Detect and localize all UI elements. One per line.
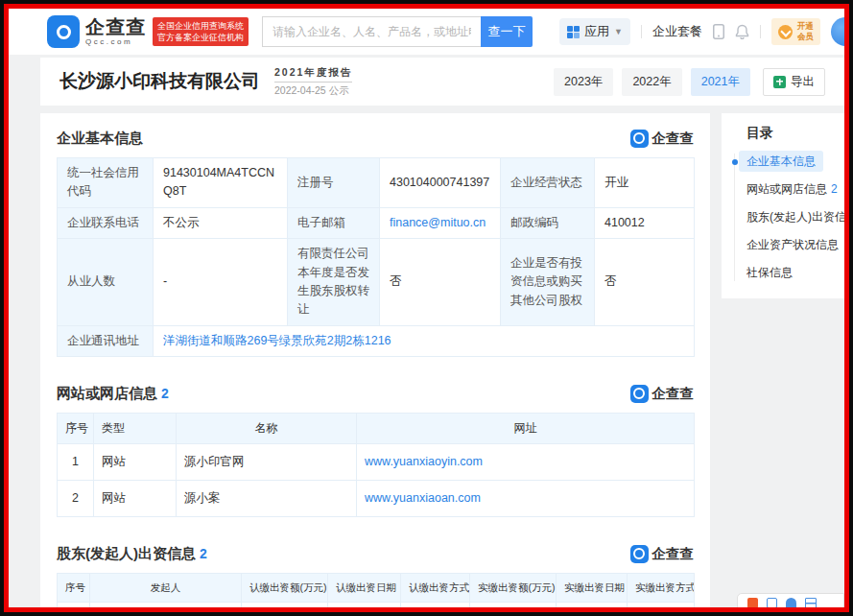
header-cell: 序号 (58, 574, 90, 602)
table-row: 1 长沙米拓信息技术有限公司 400 2035-12-31 货币 0 - 其他 (58, 602, 695, 607)
value-cell: 430104000741397 (380, 158, 501, 208)
divider (760, 25, 761, 38)
label-cell: 企业通讯地址 (58, 325, 154, 356)
year-tab-2021-active[interactable]: 2021年 (691, 68, 750, 96)
cell-subscribed-date: 2035-12-31 (328, 602, 401, 607)
cell-index: 1 (58, 602, 90, 607)
toc-item-assets[interactable]: 企业资产状况信息 (722, 231, 844, 259)
vip-crown-icon (778, 25, 793, 39)
website-link[interactable]: www.yuanxiaoyin.com (365, 455, 483, 468)
basic-info-table: 统一社会信用代码 91430104MA4TCCNQ8T 注册号 43010400… (57, 157, 695, 357)
website-link[interactable]: www.yuanxiaoan.com (365, 491, 481, 505)
section-basic-info: 企业基本信息 企查查 统一社会信用代码 914301 (57, 125, 694, 357)
content-row: 企业基本信息 企查查 统一社会信用代码 914301 (40, 113, 844, 607)
search-input[interactable] (262, 16, 481, 47)
toolbar-icon-translate[interactable] (767, 598, 777, 608)
qcc-watermark-label: 企查查 (652, 385, 695, 403)
badge-line-2: 官方备案企业征信机构 (157, 32, 244, 43)
year-tabs: 2023年 2022年 2021年 导出 (554, 68, 825, 96)
cell-url: www.yuanxiaoan.com (357, 480, 695, 516)
toc-item-social-security[interactable]: 社保信息 (722, 259, 844, 287)
toc-item-basic-info[interactable]: 企业基本信息 (722, 148, 844, 176)
qcc-watermark-label: 企查查 (652, 130, 695, 148)
address-link[interactable]: 洋湖街道和顺路269号绿景欣苑2期2栋1216 (163, 334, 391, 347)
label-cell: 电子邮箱 (288, 207, 380, 238)
websites-table: 序号 类型 名称 网址 1 网站 源小印官网 www.yuanxiaoyin.c… (57, 413, 695, 517)
company-name-title: 长沙源小印科技有限公司 (59, 69, 260, 94)
year-tab-2022[interactable]: 2022年 (622, 68, 681, 96)
cell-paid-amount: 0 (470, 602, 557, 607)
header-cell: 实缴出资方式 (628, 574, 695, 602)
cell-type: 网站 (94, 480, 177, 516)
label-cell: 邮政编码 (501, 207, 595, 238)
qcc-watermark: 企查查 (630, 130, 695, 148)
header-cell: 认缴出资方式 (401, 574, 470, 602)
report-badge: 2021年度报告 2022-04-25 公示 (274, 66, 352, 98)
bell-icon[interactable] (735, 24, 749, 39)
table-header-row: 序号 发起人 认缴出资额(万元) 认缴出资日期 认缴出资方式 实缴出资额(万元)… (58, 574, 695, 602)
shareholders-count: 2 (200, 546, 207, 561)
mobile-app-icon[interactable] (713, 24, 724, 39)
cell-name: 源小案 (177, 480, 357, 516)
qcc-watermark-icon (630, 385, 649, 403)
header-cell: 认缴出资日期 (328, 574, 401, 602)
cell-shareholder: 长沙米拓信息技术有限公司 (90, 602, 242, 607)
cell-index: 1 (58, 443, 94, 480)
qcc-logo[interactable]: 企查查 Qcc.com 全国企业信用查询系统 官方备案企业征信机构 (47, 15, 249, 48)
toc-item-websites[interactable]: 网站或网店信息2 (722, 176, 844, 203)
chevron-down-icon: ▼ (614, 27, 623, 36)
qcc-watermark-icon (630, 545, 649, 563)
header-cell: 发起人 (90, 574, 242, 602)
label-cell: 统一社会信用代码 (58, 158, 154, 208)
floating-toolbar[interactable] (737, 593, 844, 612)
email-link[interactable]: finance@mituo.cn (390, 216, 486, 229)
badge-line-1: 全国企业信用查询系统 (157, 20, 244, 32)
qcc-watermark: 企查查 (630, 545, 695, 563)
apps-menu-button[interactable]: 应用 ▼ (559, 18, 630, 45)
export-label: 导出 (791, 74, 815, 90)
header-cell: 序号 (58, 414, 94, 444)
vip-label-line2: 会员 (797, 32, 814, 42)
table-row: 统一社会信用代码 91430104MA4TCCNQ8T 注册号 43010400… (58, 158, 695, 208)
apps-grid-icon (567, 26, 580, 38)
apps-label: 应用 (584, 23, 609, 40)
value-cell: 否 (595, 239, 695, 326)
enterprise-package-link[interactable]: 企业套餐 (652, 23, 702, 40)
table-row: 1 网站 源小印官网 www.yuanxiaoyin.com (58, 443, 695, 480)
value-cell: 不公示 (154, 207, 288, 238)
label-cell: 企业联系电话 (58, 207, 154, 238)
cell-paid-date: - (557, 602, 628, 607)
label-cell: 从业人数 (58, 239, 154, 326)
section-title-basic-info: 企业基本信息 (57, 130, 143, 148)
toolbar-icon-card[interactable] (805, 598, 817, 608)
label-cell: 有限责任公司本年度是否发生股东股权转让 (288, 239, 380, 326)
cell-subscribed-amount: 400 (242, 602, 328, 607)
active-dot-icon (732, 159, 738, 165)
toc-title: 目录 (746, 125, 844, 142)
value-cell: 洋湖街道和顺路269号绿景欣苑2期2栋1216 (154, 325, 695, 356)
toolbar-icon-person[interactable] (786, 598, 796, 608)
page-root: 企查查 Qcc.com 全国企业信用查询系统 官方备案企业征信机构 查一下 (4, 4, 849, 612)
export-button[interactable]: 导出 (763, 68, 825, 96)
vip-upgrade-button[interactable]: 开通 会员 (771, 18, 820, 44)
cell-type: 网站 (94, 443, 177, 480)
value-cell: 开业 (595, 158, 695, 208)
toc-item-shareholders[interactable]: 股东(发起人)出资信息2 (722, 203, 844, 231)
user-avatar[interactable] (831, 17, 849, 46)
table-row: 2 网站 源小案 www.yuanxiaoan.com (58, 480, 695, 516)
section-title-shareholders: 股东(发起人)出资信息 (57, 545, 196, 563)
table-row: 企业联系电话 不公示 电子邮箱 finance@mituo.cn 邮政编码 41… (58, 207, 695, 238)
vip-label-line1: 开通 (797, 21, 814, 32)
search-button[interactable]: 查一下 (481, 16, 533, 47)
toolbar-icon-orange[interactable] (747, 598, 758, 608)
qcc-watermark-icon (630, 130, 649, 148)
excel-icon (773, 76, 786, 88)
cell-index: 2 (58, 480, 94, 516)
value-cell: 91430104MA4TCCNQ8T (154, 158, 288, 208)
year-tab-2023[interactable]: 2023年 (554, 68, 613, 96)
value-cell: 否 (380, 239, 501, 326)
websites-count: 2 (161, 386, 169, 401)
header-cell: 类型 (94, 414, 177, 444)
qcc-watermark: 企查查 (630, 385, 695, 403)
value-cell: finance@mituo.cn (380, 207, 501, 238)
